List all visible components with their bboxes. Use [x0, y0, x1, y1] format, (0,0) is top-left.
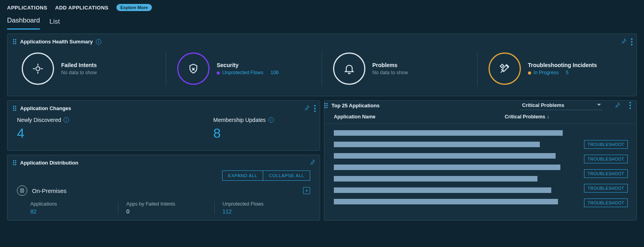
dot-icon [217, 71, 220, 75]
table-row [334, 152, 627, 159]
metric-label: Newly Discovered [17, 117, 61, 123]
shield-x-icon [177, 52, 210, 85]
add-button[interactable]: + [303, 187, 310, 194]
troubleshoot-button[interactable]: TROUBLESHOOT [584, 140, 628, 149]
metric-label: Membership Updates [213, 117, 266, 123]
metric-newly-discovered: Newly Discoveredi 4 [17, 117, 69, 141]
table-row [334, 187, 627, 194]
inprogress-value: 5 [566, 70, 569, 75]
onprem-label: On-Premises [32, 187, 67, 194]
bar[interactable] [334, 187, 551, 193]
unprotected-flows-value: 106 [270, 70, 279, 75]
table-row [334, 164, 627, 171]
drag-handle-icon[interactable] [13, 39, 17, 44]
bar[interactable] [334, 153, 556, 159]
metric-value[interactable]: 8 [213, 125, 310, 141]
health-failed-intents: Failed Intents No data to show [11, 51, 166, 86]
sort-desc-icon: ↓ [547, 114, 549, 120]
nav-applications[interactable]: APPLICATIONS [7, 5, 47, 11]
bar[interactable] [334, 130, 563, 136]
drag-handle-icon[interactable] [324, 103, 328, 108]
panel-application-distribution: Application Distribution EXPAND ALL COLL… [7, 155, 320, 221]
panel-top-applications: Top 25 Applications Critical Problems Ap… [324, 100, 637, 221]
table-row [334, 129, 627, 137]
panel-title: Applications Health Summary [20, 39, 93, 45]
datacenter-icon [17, 185, 27, 196]
health-item-title: Troubleshooting Incidents [528, 62, 597, 68]
stat-label: Apps by Failed Intents [126, 201, 206, 207]
troubleshoot-button[interactable]: TROUBLESHOOT [584, 184, 628, 193]
troubleshoot-button[interactable]: TROUBLESHOOT [584, 169, 628, 178]
table-row [334, 141, 627, 148]
metric-value[interactable]: 4 [17, 125, 69, 141]
col-application-name[interactable]: Application Name [334, 114, 505, 120]
info-icon[interactable]: i [96, 39, 101, 45]
bar[interactable] [334, 176, 537, 182]
tab-dashboard[interactable]: Dashboard [7, 17, 40, 30]
health-troubleshoot: Troubleshooting Incidents In Progress5 [477, 51, 633, 86]
pin-icon[interactable] [614, 102, 621, 109]
panel-title: Application Distribution [20, 160, 78, 166]
sort-select[interactable]: Critical Problems [520, 101, 603, 110]
stat-value: 0 [126, 208, 206, 215]
stat-applications: Applications 82 [17, 201, 118, 215]
nav-add-applications[interactable]: ADD APPLICATIONS [55, 5, 109, 11]
inprogress-link[interactable]: In Progress [534, 70, 559, 75]
stat-failed-intents: Apps by Failed Intents 0 [118, 201, 214, 215]
stat-unprotected-flows: Unprotected Flows 112 [214, 201, 310, 215]
pin-icon[interactable] [304, 105, 310, 112]
collapse-all-button[interactable]: COLLAPSE ALL [263, 170, 310, 181]
bell-icon [333, 52, 365, 85]
info-icon[interactable]: i [268, 117, 274, 123]
expand-all-button[interactable]: EXPAND ALL [222, 170, 263, 181]
pin-icon[interactable] [621, 38, 627, 45]
explore-more-pill[interactable]: Explore More [116, 4, 152, 11]
pin-icon[interactable] [309, 159, 316, 167]
stat-value[interactable]: 82 [30, 208, 110, 215]
col-critical-problems[interactable]: Critical Problems↓ [505, 114, 627, 120]
troubleshoot-button[interactable]: TROUBLESHOOT [584, 155, 628, 163]
health-item-title: Problems [373, 62, 408, 68]
health-item-title: Security [217, 62, 279, 68]
info-icon[interactable]: i [64, 117, 69, 123]
more-icon[interactable] [631, 38, 633, 45]
bar[interactable] [334, 199, 558, 204]
metric-membership-updates: Membership Updatesi 8 [213, 117, 310, 141]
panel-title: Top 25 Applications [331, 103, 380, 109]
panel-application-changes: Application Changes Newly Discoveredi 4 … [7, 100, 320, 151]
table-row [334, 198, 627, 205]
health-item-title: Failed Intents [61, 62, 97, 68]
more-icon[interactable] [629, 102, 631, 109]
stat-value[interactable]: 112 [223, 208, 302, 215]
svg-point-0 [36, 67, 40, 71]
health-problems: Problems No data to show [322, 51, 477, 86]
panel-health-summary: Applications Health Summary i Failed Int… [7, 34, 637, 96]
health-item-sub: No data to show [61, 70, 97, 75]
troubleshoot-button[interactable]: TROUBLESHOOT [584, 198, 628, 207]
stat-label: Applications [30, 201, 110, 207]
health-item-sub: No data to show [373, 70, 408, 75]
bar[interactable] [334, 165, 560, 170]
stat-label: Unprotected Flows [223, 201, 302, 207]
more-icon[interactable] [314, 105, 316, 112]
dot-icon [528, 71, 531, 75]
target-icon [22, 52, 54, 85]
bar[interactable] [334, 142, 540, 147]
unprotected-flows-link[interactable]: Unprotected Flows [222, 70, 263, 75]
panel-title: Application Changes [20, 105, 71, 111]
drag-handle-icon[interactable] [13, 160, 17, 165]
tools-icon [489, 52, 521, 85]
drag-handle-icon[interactable] [13, 106, 17, 111]
health-security: Security Unprotected Flows106 [166, 51, 321, 86]
tab-list[interactable]: List [49, 18, 60, 30]
table-row [334, 175, 627, 182]
